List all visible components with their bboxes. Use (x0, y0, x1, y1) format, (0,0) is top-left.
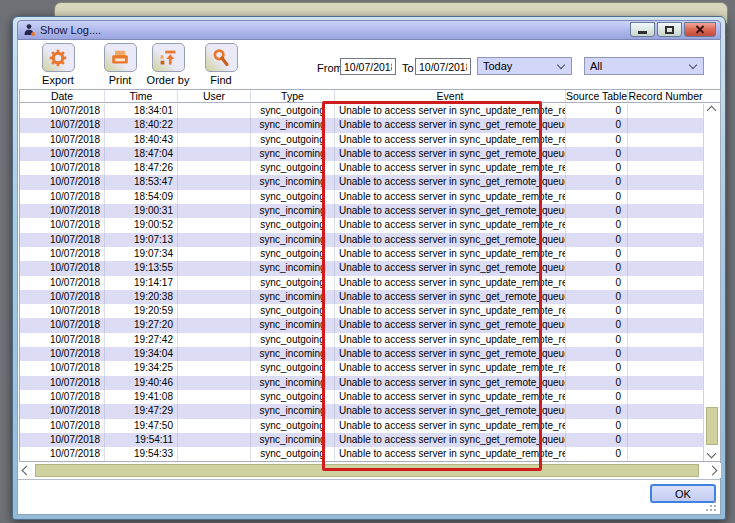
table-row[interactable]: 10/07/2018 18:47:04 sync_incoming Unable… (20, 147, 703, 161)
show-log-dialog: Show Log.... (12, 16, 726, 520)
cell-record-number (628, 175, 703, 189)
table-row[interactable]: 10/07/2018 19:54:33 sync_outgoing Unable… (20, 447, 703, 461)
period-value: Today (483, 60, 512, 72)
cell-time: 19:14:17 (105, 276, 178, 290)
table-row[interactable]: 10/07/2018 19:34:25 sync_outgoing Unable… (20, 361, 703, 375)
cell-source-table: 0 (566, 333, 628, 347)
horizontal-scrollbar-thumb[interactable] (35, 464, 699, 477)
cell-date: 10/07/2018 (20, 261, 105, 275)
cell-event: Unable to access server in sync_get_remo… (335, 290, 566, 304)
table-row[interactable]: 10/07/2018 18:53:47 sync_incoming Unable… (20, 175, 703, 189)
scroll-down-icon[interactable] (707, 449, 717, 459)
from-date-input[interactable] (340, 58, 396, 75)
cell-type: sync_incoming (251, 347, 335, 361)
to-label: To (402, 62, 414, 74)
cell-date: 10/07/2018 (20, 104, 105, 118)
table-row[interactable]: 10/07/2018 19:47:29 sync_incoming Unable… (20, 404, 703, 418)
column-header-record-number[interactable]: Record Number (628, 90, 703, 102)
column-header-event[interactable]: Event (335, 90, 566, 102)
table-row[interactable]: 10/07/2018 19:40:46 sync_incoming Unable… (20, 376, 703, 390)
vertical-scrollbar[interactable] (703, 104, 720, 461)
table-row[interactable]: 10/07/2018 19:34:04 sync_incoming Unable… (20, 347, 703, 361)
table-row[interactable]: 10/07/2018 19:00:52 sync_outgoing Unable… (20, 218, 703, 232)
cell-record-number (628, 290, 703, 304)
cell-type: sync_incoming (251, 404, 335, 418)
cell-event: Unable to access server in sync_get_remo… (335, 376, 566, 390)
table-row[interactable]: 10/07/2018 19:27:20 sync_incoming Unable… (20, 318, 703, 332)
cell-user (178, 276, 251, 290)
maximize-button[interactable] (657, 22, 682, 37)
cell-user (178, 347, 251, 361)
cell-event: Unable to access server in sync_update_r… (335, 447, 566, 461)
order-by-button[interactable]: Order by (138, 43, 198, 86)
footer-divider (18, 479, 720, 481)
cell-record-number (628, 447, 703, 461)
table-header: Date Time User Type Event Source Table R… (20, 90, 720, 103)
cell-event: Unable to access server in sync_update_r… (335, 247, 566, 261)
table-row[interactable]: 10/07/2018 18:34:01 sync_outgoing Unable… (20, 104, 703, 118)
titlebar[interactable]: Show Log.... (17, 20, 721, 40)
table-row[interactable]: 10/07/2018 18:47:26 sync_outgoing Unable… (20, 161, 703, 175)
cell-source-table: 0 (566, 404, 628, 418)
cell-source-table: 0 (566, 104, 628, 118)
column-header-time[interactable]: Time (105, 90, 178, 102)
cell-record-number (628, 376, 703, 390)
cell-user (178, 190, 251, 204)
cell-event: Unable to access server in sync_update_r… (335, 304, 566, 318)
table-row[interactable]: 10/07/2018 19:41:08 sync_outgoing Unable… (20, 390, 703, 404)
scroll-left-icon[interactable] (22, 466, 32, 476)
table-row[interactable]: 10/07/2018 19:07:13 sync_incoming Unable… (20, 233, 703, 247)
table-row[interactable]: 10/07/2018 19:54:11 sync_incoming Unable… (20, 433, 703, 447)
column-header-source-table[interactable]: Source Table (566, 90, 628, 102)
cell-source-table: 0 (566, 433, 628, 447)
cell-type: sync_outgoing (251, 133, 335, 147)
cell-record-number (628, 204, 703, 218)
cell-source-table: 0 (566, 290, 628, 304)
cell-record-number (628, 304, 703, 318)
period-dropdown[interactable]: Today (477, 57, 572, 75)
cell-type: sync_outgoing (251, 190, 335, 204)
table-row[interactable]: 10/07/2018 18:54:09 sync_outgoing Unable… (20, 190, 703, 204)
table-row[interactable]: 10/07/2018 19:07:34 sync_outgoing Unable… (20, 247, 703, 261)
find-button[interactable]: Find (191, 43, 251, 86)
minimize-button[interactable] (630, 22, 655, 37)
category-dropdown[interactable]: All (584, 57, 704, 75)
cell-type: sync_incoming (251, 147, 335, 161)
cell-date: 10/07/2018 (20, 204, 105, 218)
cell-user (178, 447, 251, 461)
cell-time: 19:54:33 (105, 447, 178, 461)
cell-type: sync_incoming (251, 204, 335, 218)
table-row[interactable]: 10/07/2018 19:27:42 sync_outgoing Unable… (20, 333, 703, 347)
scroll-right-icon[interactable] (708, 466, 718, 476)
scroll-up-icon[interactable] (707, 106, 717, 116)
cell-time: 18:40:22 (105, 118, 178, 132)
cell-event: Unable to access server in sync_update_r… (335, 361, 566, 375)
cell-date: 10/07/2018 (20, 247, 105, 261)
close-button[interactable] (684, 22, 716, 37)
cell-date: 10/07/2018 (20, 376, 105, 390)
cell-source-table: 0 (566, 419, 628, 433)
cell-date: 10/07/2018 (20, 161, 105, 175)
cell-source-table: 0 (566, 261, 628, 275)
log-table: Date Time User Type Event Source Table R… (19, 89, 721, 462)
column-header-type[interactable]: Type (251, 90, 335, 102)
table-row[interactable]: 10/07/2018 19:13:55 sync_incoming Unable… (20, 261, 703, 275)
table-row[interactable]: 10/07/2018 19:20:59 sync_outgoing Unable… (20, 304, 703, 318)
horizontal-scrollbar[interactable] (19, 463, 721, 478)
column-header-user[interactable]: User (178, 90, 251, 102)
table-row[interactable]: 10/07/2018 18:40:22 sync_incoming Unable… (20, 118, 703, 132)
table-row[interactable]: 10/07/2018 19:20:38 sync_incoming Unable… (20, 290, 703, 304)
export-button[interactable]: Export (28, 43, 88, 86)
to-date-input[interactable] (415, 58, 471, 75)
column-header-date[interactable]: Date (20, 90, 105, 102)
vertical-scrollbar-thumb[interactable] (706, 407, 718, 445)
resize-grip-icon[interactable] (705, 500, 717, 512)
cell-type: sync_outgoing (251, 390, 335, 404)
cell-date: 10/07/2018 (20, 390, 105, 404)
table-row[interactable]: 10/07/2018 19:47:50 sync_outgoing Unable… (20, 419, 703, 433)
table-row[interactable]: 10/07/2018 19:14:17 sync_outgoing Unable… (20, 276, 703, 290)
table-row[interactable]: 10/07/2018 19:00:31 sync_incoming Unable… (20, 204, 703, 218)
table-row[interactable]: 10/07/2018 18:40:43 sync_outgoing Unable… (20, 133, 703, 147)
cell-time: 19:07:34 (105, 247, 178, 261)
cell-event: Unable to access server in sync_get_remo… (335, 261, 566, 275)
